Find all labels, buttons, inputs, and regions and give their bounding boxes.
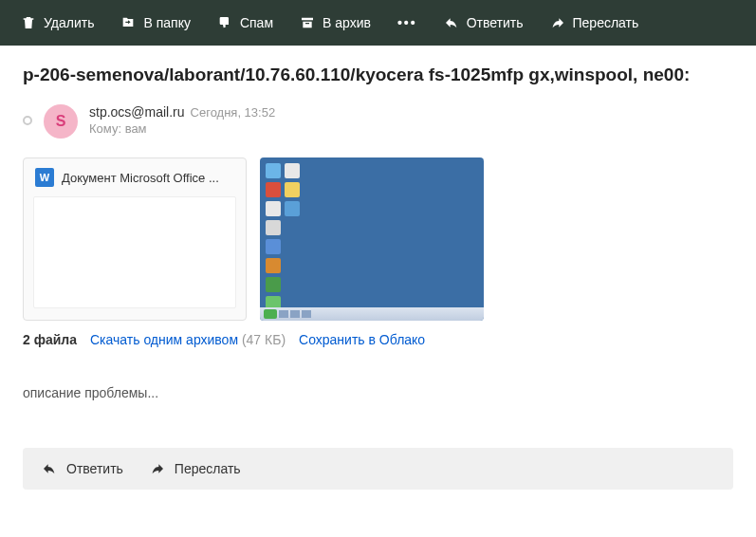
reply-label-top: Ответить [467,15,524,30]
attachments-footer: 2 файла Скачать одним архивом (47 КБ) Со… [23,332,733,347]
taskbar-preview [260,307,484,321]
download-label: Скачать одним архивом [90,332,238,347]
save-to-cloud-link[interactable]: Сохранить в Облако [299,332,425,347]
download-archive-link[interactable]: Скачать одним архивом (47 КБ) [90,332,286,347]
spam-button[interactable]: Спам [206,8,285,38]
delete-label: Удалить [44,15,94,30]
recipient-label: Кому: [89,121,121,136]
folder-icon [120,15,136,30]
archive-icon [300,15,315,30]
attachments-row: W Документ Microsoft Office ... [23,157,733,321]
forward-icon [150,461,165,476]
more-button[interactable]: ••• [386,8,429,38]
delete-button[interactable]: Удалить [9,8,105,38]
reply-button-top[interactable]: Ответить [433,8,535,38]
sender-date: Сегодня, 13:52 [191,105,276,120]
email-header: S stp.ocs@mail.ru Сегодня, 13:52 Кому: в… [23,104,733,139]
trash-icon [21,15,36,30]
attachment-screenshot[interactable] [260,157,484,321]
top-toolbar: Удалить В папку Спам В архив ••• Ответит… [0,0,756,46]
archive-button[interactable]: В архив [288,8,382,38]
forward-label-bottom: Переслать [175,461,241,476]
folder-label: В папку [143,15,190,30]
sender-avatar[interactable]: S [44,104,78,139]
sender-email[interactable]: stp.ocs@mail.ru [89,104,185,120]
forward-button-top[interactable]: Переслать [539,8,651,38]
move-to-folder-button[interactable]: В папку [109,8,201,38]
email-subject: p-206-semenova/laborant/10.76.60.110/kyo… [23,65,733,85]
files-count: 2 файла [23,332,77,347]
archive-label: В архив [323,15,371,30]
read-status-dot[interactable] [23,116,32,125]
reply-bar: Ответить Переслать [23,448,733,490]
reply-label-bottom: Ответить [66,461,123,476]
forward-icon [550,15,565,30]
recipient-line: Кому: вам [89,121,275,136]
email-content: p-206-semenova/laborant/10.76.60.110/kyo… [0,46,756,509]
download-size: (47 КБ) [242,332,286,347]
reply-icon [42,461,57,476]
document-preview [33,196,236,308]
spam-label: Спам [240,15,273,30]
forward-label-top: Переслать [573,15,639,30]
forward-button-bottom[interactable]: Переслать [150,461,241,476]
word-doc-icon: W [35,168,54,187]
recipient-value: вам [125,121,147,136]
attachment-document[interactable]: W Документ Microsoft Office ... [23,157,247,321]
reply-button-bottom[interactable]: Ответить [42,461,123,476]
attachment-name: Документ Microsoft Office ... [62,171,234,185]
desktop-icons-preview [266,163,300,311]
sender-info: stp.ocs@mail.ru Сегодня, 13:52 Кому: вам [89,104,275,136]
reply-icon [444,15,459,30]
email-body: описание проблемы... [23,385,733,400]
thumbs-down-icon [217,15,232,30]
